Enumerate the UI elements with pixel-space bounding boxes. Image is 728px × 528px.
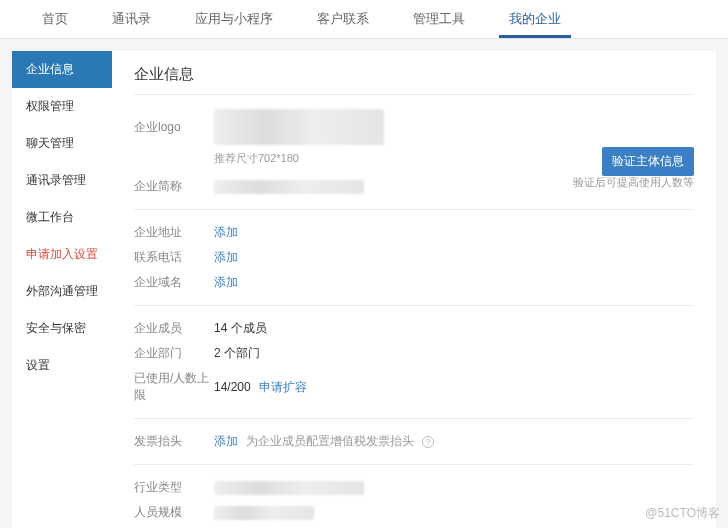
row-dept: 企业部门 2 个部门 (134, 341, 694, 366)
label-scale: 人员规模 (134, 504, 214, 521)
label-phone: 联系电话 (134, 249, 214, 266)
sidebar-item-external-comm[interactable]: 外部沟通管理 (12, 273, 112, 310)
divider (134, 418, 694, 419)
label-dept: 企业部门 (134, 345, 214, 362)
divider (134, 464, 694, 465)
row-industry: 行业类型 (134, 475, 694, 500)
sidebar-item-join-settings[interactable]: 申请加入设置 (12, 236, 112, 273)
add-phone-link[interactable]: 添加 (214, 249, 238, 266)
label-usage: 已使用/人数上限 (134, 370, 214, 404)
nav-apps[interactable]: 应用与小程序 (173, 0, 295, 38)
main-layout: 企业信息 权限管理 聊天管理 通讯录管理 微工作台 申请加入设置 外部沟通管理 … (0, 39, 728, 528)
label-shortname: 企业简称 (134, 178, 214, 195)
top-nav: 首页 通讯录 应用与小程序 客户联系 管理工具 我的企业 (0, 0, 728, 39)
label-members: 企业成员 (134, 320, 214, 337)
label-industry: 行业类型 (134, 479, 214, 496)
verify-hint: 验证后可提高使用人数等 (573, 175, 694, 190)
row-usage: 已使用/人数上限 14/200 申请扩容 (134, 366, 694, 408)
sidebar-item-permissions[interactable]: 权限管理 (12, 88, 112, 125)
label-logo: 企业logo (134, 119, 214, 136)
row-logo: 企业logo (134, 105, 694, 149)
row-scale: 人员规模 (134, 500, 694, 525)
industry-value (214, 481, 364, 495)
sidebar-item-contacts-mgmt[interactable]: 通讯录管理 (12, 162, 112, 199)
sidebar: 企业信息 权限管理 聊天管理 通讯录管理 微工作台 申请加入设置 外部沟通管理 … (12, 51, 112, 528)
scale-value (214, 506, 314, 520)
verify-button[interactable]: 验证主体信息 (602, 147, 694, 176)
sidebar-item-enterprise-info[interactable]: 企业信息 (12, 51, 112, 88)
row-phone: 联系电话 添加 (134, 245, 694, 270)
sidebar-item-settings[interactable]: 设置 (12, 347, 112, 384)
label-invoice: 发票抬头 (134, 433, 214, 450)
row-address: 企业地址 添加 (134, 220, 694, 245)
row-members: 企业成员 14 个成员 (134, 316, 694, 341)
invoice-hint: 为企业成员配置增值税发票抬头 (246, 433, 414, 450)
row-domain: 企业域名 添加 (134, 270, 694, 295)
logo-placeholder (214, 109, 384, 145)
dept-value: 2 个部门 (214, 345, 260, 362)
sidebar-item-workbench[interactable]: 微工作台 (12, 199, 112, 236)
label-address: 企业地址 (134, 224, 214, 241)
nav-contacts[interactable]: 通讯录 (90, 0, 173, 38)
divider (134, 94, 694, 95)
row-invoice: 发票抬头 添加 为企业成员配置增值税发票抬头 ? (134, 429, 694, 454)
sidebar-item-security[interactable]: 安全与保密 (12, 310, 112, 347)
nav-home[interactable]: 首页 (20, 0, 90, 38)
shortname-value (214, 180, 364, 194)
info-icon[interactable]: ? (422, 436, 434, 448)
sidebar-item-chat[interactable]: 聊天管理 (12, 125, 112, 162)
content-panel: 企业信息 企业logo 推荐尺寸702*180 企业简称 验证主体信息 验证后可… (112, 51, 716, 528)
members-value: 14 个成员 (214, 320, 267, 337)
nav-customer[interactable]: 客户联系 (295, 0, 391, 38)
add-address-link[interactable]: 添加 (214, 224, 238, 241)
divider (134, 305, 694, 306)
watermark: @51CTO博客 (645, 505, 720, 522)
usage-value: 14/200 (214, 380, 251, 394)
page-title: 企业信息 (134, 65, 694, 84)
expand-link[interactable]: 申请扩容 (259, 379, 307, 396)
label-domain: 企业域名 (134, 274, 214, 291)
nav-tools[interactable]: 管理工具 (391, 0, 487, 38)
nav-my-enterprise[interactable]: 我的企业 (487, 0, 583, 38)
add-domain-link[interactable]: 添加 (214, 274, 238, 291)
divider (134, 209, 694, 210)
add-invoice-link[interactable]: 添加 (214, 433, 238, 450)
